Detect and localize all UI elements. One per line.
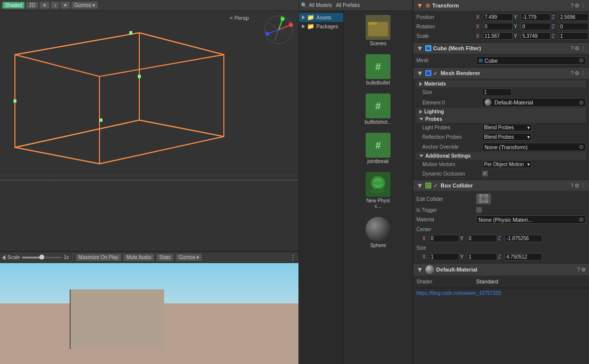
rot-z-field[interactable] bbox=[559, 23, 589, 30]
effects-btn[interactable]: ✦ bbox=[60, 1, 70, 9]
scenes-asset[interactable]: Scenes bbox=[346, 13, 410, 48]
svg-marker-11 bbox=[15, 33, 224, 77]
transform-component: ▼ ⊕ Transform ? ⚙ ⋮ Position X Y bbox=[413, 0, 589, 43]
scale-xyz: X Y Z bbox=[476, 32, 589, 40]
lighting-btn[interactable]: ☀ bbox=[39, 1, 50, 9]
box-collider-settings-btn[interactable]: ⚙ bbox=[575, 182, 580, 189]
mute-audio-btn[interactable]: Mute Audio bbox=[123, 254, 154, 261]
default-material-btns: ? ⚙ bbox=[577, 267, 586, 273]
svg-point-46 bbox=[486, 201, 488, 202]
pos-y-field[interactable] bbox=[521, 13, 551, 21]
mesh-select-icon[interactable]: ⊙ bbox=[579, 57, 584, 64]
sidebar-item-packages[interactable]: 📁 Packages bbox=[299, 22, 343, 31]
default-material-header[interactable]: ▼ Default-Material ? ⚙ bbox=[413, 264, 589, 275]
gizmos-game-btn[interactable]: Gizmos ▾ bbox=[176, 254, 202, 261]
all-prefabs-btn[interactable]: All Prefabs bbox=[336, 2, 360, 8]
search-icon: 🔍 bbox=[301, 2, 307, 8]
center-x-field[interactable] bbox=[429, 235, 459, 242]
box-collider-header[interactable]: ▼ ⬡ ✓ Box Collider ? ⚙ ⋮ bbox=[413, 180, 589, 191]
shader-label: Shader bbox=[416, 279, 476, 284]
transform-help-btn[interactable]: ? bbox=[571, 2, 574, 9]
mesh-renderer-settings-btn[interactable]: ⚙ bbox=[575, 70, 580, 77]
stats-btn[interactable]: Stats bbox=[156, 254, 174, 261]
element0-select-icon[interactable]: ⊙ bbox=[579, 99, 584, 106]
bulltetshot-asset[interactable]: # bulltetshot... bbox=[346, 91, 410, 127]
transform-header[interactable]: ▼ ⊕ Transform ? ⚙ ⋮ bbox=[413, 0, 589, 11]
size-z-field[interactable] bbox=[505, 253, 542, 261]
scale-x-field[interactable] bbox=[483, 32, 513, 40]
is-trigger-row: Is Trigger bbox=[416, 205, 586, 214]
size-y-field[interactable] bbox=[467, 253, 497, 261]
transform-arrow: ▼ bbox=[416, 1, 423, 9]
pos-x-field[interactable] bbox=[483, 13, 513, 21]
scale-slider[interactable] bbox=[22, 257, 62, 259]
lighting-section-header[interactable]: Lighting bbox=[416, 108, 586, 115]
light-probes-dropdown[interactable]: Blend Probes ▾ bbox=[482, 124, 532, 131]
mesh-filter-help-btn[interactable]: ? bbox=[571, 45, 574, 52]
additional-settings-header[interactable]: Additional Settings bbox=[416, 152, 586, 160]
new-physic-asset[interactable]: New Physic... bbox=[346, 170, 410, 211]
2d-btn[interactable]: 2D bbox=[26, 1, 38, 9]
bulletbullet-label: bulletbullet bbox=[366, 80, 390, 86]
shaded-btn[interactable]: Shaded bbox=[2, 1, 25, 9]
maximize-on-play-btn[interactable]: Maximize On Play bbox=[76, 254, 122, 261]
transform-axes-icon: ⊕ bbox=[425, 2, 430, 9]
jointbreak-asset[interactable]: # jointbreak bbox=[346, 131, 410, 166]
project-sidebar: 📁 Assets 📁 Packages bbox=[299, 11, 344, 364]
pos-z-field[interactable] bbox=[559, 13, 589, 21]
box-collider-menu-btn[interactable]: ⋮ bbox=[581, 182, 586, 189]
bottom-url[interactable]: https://blog.csdn.net/weixin_43757333 bbox=[413, 288, 589, 298]
motion-vectors-chevron: ▾ bbox=[527, 162, 530, 167]
main-layout: Shaded 2D ☀ ♪ ✦ Gizmos ▾ bbox=[0, 0, 589, 364]
default-material-help-btn[interactable]: ? bbox=[577, 267, 580, 273]
motion-vectors-dropdown[interactable]: Per Object Motion ▾ bbox=[482, 161, 532, 168]
mesh-renderer-menu-btn[interactable]: ⋮ bbox=[581, 70, 586, 77]
collider-material-select[interactable]: ⊙ bbox=[579, 216, 584, 223]
mesh-filter-settings-btn[interactable]: ⚙ bbox=[575, 45, 580, 52]
mesh-filter-header[interactable]: ▼ ⊞ Cube (Mesh Filter) ? ⚙ ⋮ bbox=[413, 43, 589, 54]
audio-btn[interactable]: ♪ bbox=[51, 1, 59, 9]
materials-section-header[interactable]: Materials bbox=[416, 80, 586, 88]
size-x-field[interactable] bbox=[429, 253, 459, 261]
anchor-select-icon[interactable]: ⊙ bbox=[579, 144, 584, 150]
all-models-btn[interactable]: All Models bbox=[309, 2, 332, 8]
scale-y-field[interactable] bbox=[521, 32, 551, 40]
gizmos-btn[interactable]: Gizmos ▾ bbox=[71, 1, 98, 9]
dynamic-occlusion-checkbox[interactable] bbox=[482, 171, 488, 177]
bulletbullet-asset[interactable]: # bulletbullet bbox=[346, 52, 410, 88]
assets-label: Assets bbox=[316, 15, 331, 20]
edit-collider-btn[interactable] bbox=[476, 193, 491, 204]
transform-settings-btn[interactable]: ⚙ bbox=[575, 2, 580, 9]
center-y-field[interactable] bbox=[467, 235, 497, 242]
scale-z-field[interactable] bbox=[559, 32, 589, 40]
svg-line-1 bbox=[0, 153, 298, 164]
size-field[interactable] bbox=[482, 89, 512, 96]
game-view: Scale 1x Maximize On Play Mute Audio Sta… bbox=[0, 252, 298, 364]
is-trigger-checkbox[interactable] bbox=[476, 207, 482, 213]
rot-y-field[interactable] bbox=[521, 23, 551, 30]
transform-title: Transform bbox=[432, 2, 569, 8]
scale-control: Scale 1x bbox=[7, 255, 69, 260]
additional-title: Additional Settings bbox=[425, 153, 471, 159]
svg-line-24 bbox=[269, 22, 279, 30]
three-dots-btn[interactable]: ⋮ bbox=[290, 254, 296, 262]
mesh-filter-menu-btn[interactable]: ⋮ bbox=[581, 45, 586, 52]
svg-point-40 bbox=[373, 181, 383, 185]
element0-value: Default-Material ⊙ bbox=[482, 98, 586, 107]
mesh-renderer-help-btn[interactable]: ? bbox=[571, 70, 574, 77]
probes-section-header[interactable]: Probes bbox=[416, 115, 586, 123]
box-collider-help-btn[interactable]: ? bbox=[571, 182, 574, 189]
reflection-probes-label: Reflection Probes bbox=[422, 134, 482, 140]
reflection-probes-dropdown[interactable]: Blend Probes ▾ bbox=[482, 133, 532, 141]
position-label: Position bbox=[416, 14, 476, 20]
sphere-asset[interactable]: Sphere bbox=[346, 215, 410, 250]
element0-label: Element 0 bbox=[422, 100, 482, 105]
rot-x-field[interactable] bbox=[483, 23, 513, 30]
center-z-label: Z bbox=[498, 236, 504, 241]
default-material-gear-btn[interactable]: ⚙ bbox=[581, 267, 586, 273]
mesh-renderer-header[interactable]: ▼ ⊞ ✓ Mesh Renderer ? ⚙ ⋮ bbox=[413, 68, 589, 79]
mesh-filter-icon: ⊞ bbox=[425, 45, 431, 51]
transform-menu-btn[interactable]: ⋮ bbox=[581, 2, 586, 9]
center-z-field[interactable] bbox=[505, 235, 542, 242]
sidebar-item-assets[interactable]: 📁 Assets bbox=[299, 13, 343, 22]
